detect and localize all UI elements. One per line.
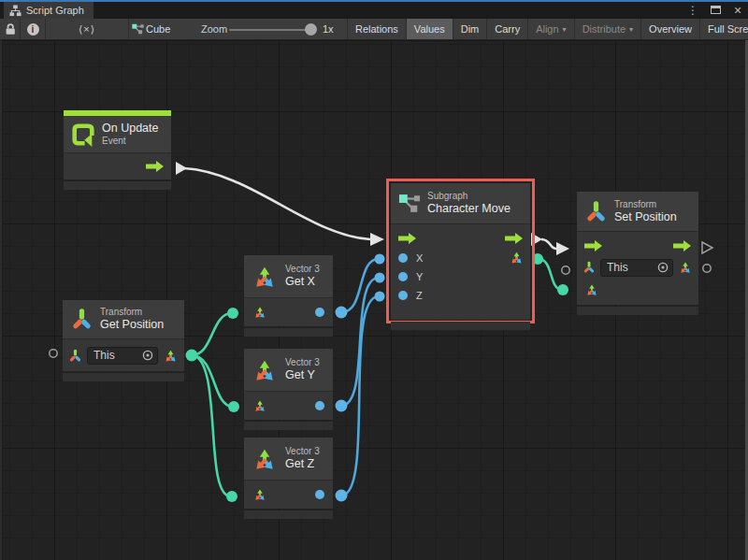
close-icon[interactable]: ×	[731, 3, 744, 18]
node-set-position[interactable]: Transform Set Position This	[577, 192, 698, 315]
zoom-slider-track[interactable]	[229, 29, 313, 31]
dim-button[interactable]: Dim	[453, 19, 487, 39]
value-in-connector[interactable]	[375, 292, 385, 302]
node-footer	[391, 322, 530, 330]
values-button[interactable]: Values	[406, 19, 453, 39]
node-subtitle: Transform	[614, 199, 677, 210]
float-output-port[interactable]	[315, 401, 324, 410]
target-object-field[interactable]: This	[600, 259, 673, 277]
vector3-output-port[interactable]	[163, 348, 179, 364]
flow-in-arrowhead[interactable]	[556, 242, 569, 255]
vector3-output-port[interactable]	[678, 260, 693, 275]
value-wire-getposition-to-getx[interactable]	[192, 313, 232, 355]
transform-port-icon[interactable]	[68, 349, 82, 363]
carry-button[interactable]: Carry	[486, 19, 527, 39]
script-graph-icon	[9, 5, 22, 17]
window-controls: ⋮ ×	[686, 2, 744, 19]
toolbar-button-group: Relations Values Dim Carry Align▾ Distri…	[347, 19, 748, 39]
value-wire-charactermove-to-setposition[interactable]	[539, 259, 562, 290]
node-subtitle: Vector 3	[285, 446, 320, 457]
float-output-port[interactable]	[315, 308, 324, 317]
unconnected-port-circle[interactable]	[562, 266, 569, 274]
transform-port-icon[interactable]	[583, 261, 596, 274]
value-in-connector[interactable]	[375, 273, 385, 283]
inspect-button[interactable]: i	[21, 19, 45, 39]
align-button[interactable]: Align▾	[527, 19, 573, 39]
port-label: X	[416, 252, 423, 264]
value-in-connector[interactable]	[227, 308, 238, 319]
flow-in-arrowhead[interactable]	[370, 233, 384, 246]
relations-button[interactable]: Relations	[347, 19, 406, 39]
window-menu-icon[interactable]: ⋮	[686, 4, 699, 17]
maximize-icon[interactable]	[711, 6, 721, 14]
node-footer	[244, 422, 333, 430]
chevron-down-icon: ▾	[563, 25, 567, 34]
node-subtitle: Event	[102, 136, 158, 147]
zoom-value: 1x	[323, 19, 334, 39]
value-out-connector[interactable]	[336, 307, 348, 319]
value-out-connector[interactable]	[336, 490, 348, 502]
flow-output-port[interactable]	[146, 161, 164, 172]
value-wire-getz-to-z[interactable]	[341, 296, 379, 495]
flow-output-port[interactable]	[673, 240, 691, 251]
unconnected-flow-triangle[interactable]	[702, 242, 712, 253]
value-in-connector[interactable]	[226, 491, 237, 502]
node-footer	[244, 510, 333, 519]
chevron-down-icon: ▾	[629, 25, 633, 34]
value-out-connector[interactable]	[186, 350, 198, 362]
zoom-label: Zoom	[201, 19, 227, 39]
object-picker-icon[interactable]	[657, 262, 669, 273]
lock-icon	[4, 22, 17, 36]
flow-wire-onupdate-to-charactermove[interactable]	[184, 168, 370, 239]
input-port-x[interactable]	[398, 253, 408, 263]
vector3-input-port[interactable]	[252, 305, 267, 320]
node-title: Set Position	[614, 210, 677, 224]
value-out-connector[interactable]	[336, 400, 348, 412]
flow-out-connector[interactable]	[176, 162, 187, 175]
node-on-update[interactable]: On Update Event	[64, 110, 171, 190]
vector3-input-port[interactable]	[252, 487, 267, 502]
flow-input-port[interactable]	[584, 240, 602, 251]
tab-script-graph[interactable]: Script Graph	[4, 2, 94, 19]
node-get-y[interactable]: Vector 3 Get Y	[244, 349, 333, 430]
object-picker-icon[interactable]	[142, 350, 153, 361]
node-footer	[244, 328, 333, 337]
vector3-output-port[interactable]	[509, 250, 525, 266]
unconnected-port-circle[interactable]	[50, 350, 57, 357]
value-wire-getx-to-x[interactable]	[341, 259, 379, 312]
lock-button[interactable]	[0, 19, 20, 39]
flow-input-port[interactable]	[398, 233, 416, 244]
unity-script-graph-window: Script Graph ⋮ × i ⟨×⟩ Cube Zoom 1x	[0, 0, 748, 560]
flow-output-port[interactable]	[505, 233, 523, 244]
port-label: Y	[416, 271, 423, 282]
input-port-z[interactable]	[398, 291, 408, 300]
graph-canvas[interactable]: On Update Event Transform Get Positi	[0, 40, 748, 560]
node-get-position[interactable]: Transform Get Position This	[63, 300, 184, 381]
vector3-input-port[interactable]	[584, 282, 599, 297]
event-loop-icon	[71, 122, 95, 147]
vector3-input-port[interactable]	[252, 398, 267, 413]
node-footer	[64, 181, 171, 190]
transform-icon	[70, 308, 94, 331]
node-character-move[interactable]: Subgraph Character Move X Y	[391, 183, 530, 330]
value-wire-gety-to-y[interactable]	[341, 278, 379, 406]
flow-wire-charactermove-to-setposition[interactable]	[541, 239, 556, 249]
value-in-connector[interactable]	[557, 284, 568, 295]
edit-script-button[interactable]: ⟨×⟩	[46, 19, 128, 39]
full-screen-button[interactable]: Full Screen	[699, 19, 748, 39]
value-wire-getposition-to-getz[interactable]	[192, 355, 231, 496]
node-title: Get Y	[285, 368, 320, 382]
zoom-slider-handle[interactable]	[305, 23, 317, 36]
node-title: Get Z	[285, 457, 320, 471]
distribute-button[interactable]: Distribute▾	[574, 19, 640, 39]
unconnected-port-circle[interactable]	[703, 265, 711, 272]
float-output-port[interactable]	[315, 490, 324, 499]
overview-button[interactable]: Overview	[640, 19, 699, 39]
node-get-x[interactable]: Vector 3 Get X	[244, 255, 333, 337]
value-in-connector[interactable]	[228, 401, 239, 412]
value-in-connector[interactable]	[375, 254, 385, 265]
target-object-field[interactable]: This	[87, 347, 158, 365]
input-port-y[interactable]	[398, 272, 408, 281]
value-wire-getposition-to-gety[interactable]	[192, 355, 233, 407]
node-get-z[interactable]: Vector 3 Get Z	[244, 438, 333, 519]
